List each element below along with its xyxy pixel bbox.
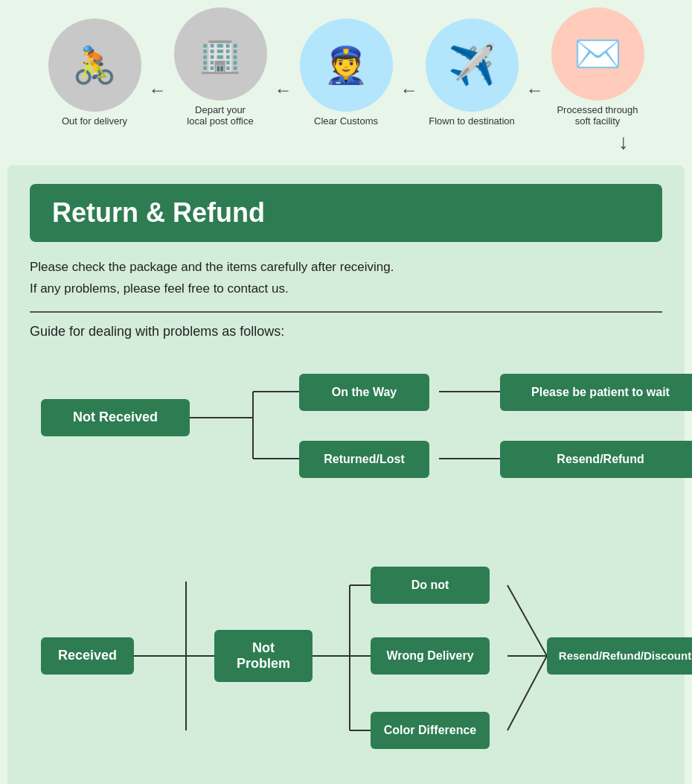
shipping-section: 🚴 Out for delivery ← 🏢 Depart your local… (0, 0, 692, 165)
post-office-icon: 🏢 (174, 7, 267, 101)
do-not-box: Do not (371, 567, 490, 604)
envelope-icon: ✉️ (551, 7, 644, 101)
returned-lost-box: Returned/Lost (299, 441, 429, 478)
resend-refund-box: Resend/Refund (500, 441, 692, 478)
not-received-box: Not Received (41, 399, 190, 436)
step-clear-customs: 👮 Clear Customs (300, 19, 393, 127)
step-customs-label: Clear Customs (300, 115, 393, 127)
refund-description: Please check the package and the items c… (30, 257, 662, 313)
arrow-down: ↓ (7, 130, 685, 154)
customs-icon: 👮 (300, 19, 393, 112)
step-depart-label: Depart your local post office (174, 104, 267, 127)
refund-section: Return & Refund Please check the package… (7, 165, 685, 784)
step-flown-label: Flown to destination (426, 115, 519, 127)
refund-title: Return & Refund (30, 184, 662, 242)
step-depart-post: 🏢 Depart your local post office (174, 7, 267, 127)
on-the-way-box: On the Way (299, 374, 429, 411)
step-flown: ✈️ Flown to destination (426, 19, 519, 127)
color-difference-box: Color Difference (371, 712, 490, 749)
arrow-left-4: ← (526, 80, 544, 101)
step-out-for-delivery-label: Out for delivery (48, 115, 141, 127)
resend-refund-discount-box: Resend/Refund/Discount (547, 637, 692, 675)
refund-desc-line1: Please check the package and the items c… (30, 260, 394, 274)
svg-line-14 (507, 585, 547, 656)
please-be-patient-box: Please be patient to wait (500, 374, 692, 411)
not-received-flowchart: Not Received On the Way Please be patien… (30, 362, 662, 511)
arrow-left-2: ← (275, 80, 292, 101)
delivery-icon: 🚴 (48, 19, 141, 112)
guide-label: Guide for dealing with problems as follo… (30, 324, 662, 340)
wrong-delivery-box: Wrong Delivery (371, 637, 490, 675)
refund-desc-line2: If any problems, please feel free to con… (30, 281, 289, 296)
airplane-icon: ✈️ (426, 19, 519, 112)
step-out-for-delivery: 🚴 Out for delivery (48, 19, 141, 127)
step-processed-label: Processed through soft facility (551, 104, 644, 127)
received-box: Received (41, 637, 134, 675)
arrow-left-3: ← (400, 80, 418, 101)
not-problem-box: Not Problem (214, 630, 313, 682)
arrow-left-1: ← (149, 80, 167, 101)
svg-line-16 (507, 656, 547, 730)
step-processed: ✉️ Processed through soft facility (551, 7, 644, 127)
received-flowchart: Received Not Problem Do not Wrong Delive… (30, 541, 662, 779)
